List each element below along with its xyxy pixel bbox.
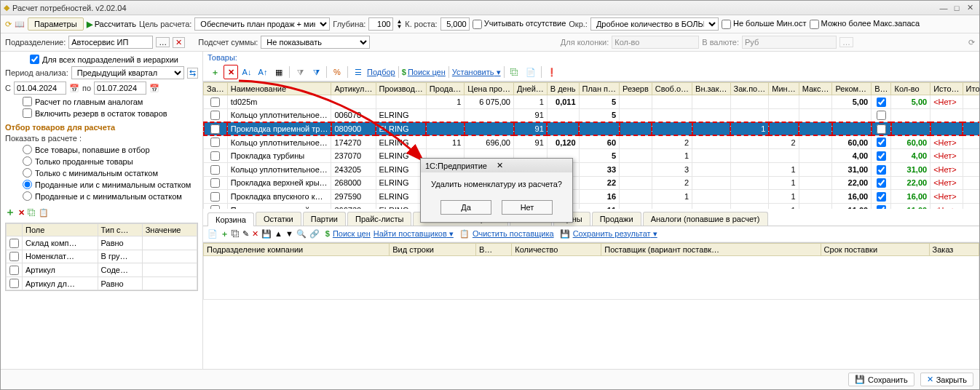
cart-header[interactable]: Вид строки	[390, 243, 476, 255]
tab-1[interactable]: Остатки	[256, 212, 301, 226]
cart-header[interactable]: Заказ	[929, 243, 979, 255]
warn-icon[interactable]: ❗	[545, 65, 559, 79]
date-to-input[interactable]	[94, 81, 146, 95]
filter-row-check[interactable]	[7, 263, 23, 277]
minimize-button[interactable]: —	[937, 4, 950, 12]
grid-header[interactable]: Цена про…	[465, 83, 514, 95]
install-dropdown[interactable]: Установить ▾	[452, 68, 501, 77]
podbor-link[interactable]: Подбор	[367, 68, 395, 76]
radio-all[interactable]	[23, 145, 32, 154]
depth-stepper[interactable]: ▲▼	[396, 19, 402, 29]
b-search-price[interactable]: Поиск цен	[333, 229, 371, 238]
radio-sold[interactable]	[23, 156, 32, 166]
b-del-icon[interactable]: ✕	[252, 229, 258, 239]
b-up-icon[interactable]: ▲	[274, 229, 282, 238]
unit-picker-button[interactable]: …	[156, 37, 170, 47]
depth-input[interactable]	[368, 17, 393, 31]
calculate-button[interactable]: ▶ Рассчитать	[87, 20, 136, 29]
filter-field[interactable]: Номенклат…	[23, 250, 98, 263]
currency-picker[interactable]: …	[839, 37, 853, 47]
sum-select[interactable]: Не показывать	[261, 36, 370, 49]
main-analog-checkbox[interactable]	[23, 97, 32, 106]
grid-row[interactable]: Кольцо уплотнительное…243205ELRING333131…	[204, 162, 980, 176]
filter-row-check[interactable]	[7, 276, 23, 290]
dialog-yes-button[interactable]: Да	[440, 200, 491, 215]
grid-header[interactable]: В день	[547, 83, 579, 95]
grid-header[interactable]: Производ…	[376, 83, 426, 95]
grid-row[interactable]: Кольцо уплотнительное…174270ELRING11696,…	[204, 135, 980, 149]
tab-7[interactable]: Продажи	[592, 212, 641, 226]
grid-row[interactable]: Кольцо уплотнительное…006070ELRING915	[204, 108, 980, 122]
filter-type[interactable]: В гру…	[98, 250, 142, 263]
radio-sold-and-min[interactable]	[23, 191, 32, 201]
grid-header[interactable]: План п…	[579, 83, 620, 95]
b-copy-icon[interactable]: ⿻	[232, 229, 240, 238]
filter-add-icon[interactable]: ＋	[5, 206, 15, 219]
grid-row[interactable]: Прокладка впускного к…297590ELRING161116…	[204, 190, 980, 204]
grid-header[interactable]: Дней…	[514, 83, 548, 95]
filter-value[interactable]	[142, 263, 197, 277]
grid-header[interactable]: Исто…	[930, 83, 963, 95]
cart-header[interactable]: Подразделение компании	[204, 243, 390, 255]
filter-copy-icon[interactable]: ⿻	[28, 208, 36, 217]
grid-row[interactable]: Прокладка турбины237070ELRING514,004,00<…	[204, 149, 980, 163]
close-button[interactable]: ✕	[963, 3, 976, 12]
sort-az-icon[interactable]: A↓	[240, 65, 254, 79]
list-icon[interactable]: ☰	[351, 65, 365, 79]
grid-header[interactable]: Артикул…	[331, 83, 376, 95]
radio-minstock[interactable]	[23, 168, 32, 178]
filter-row-check[interactable]	[7, 236, 23, 250]
filter-field[interactable]: Склад комп…	[23, 236, 98, 250]
copy-icon[interactable]: ⿻	[507, 65, 522, 79]
date-to-picker-icon[interactable]: 📅	[149, 84, 159, 93]
grid-header[interactable]: Кол-во	[891, 83, 930, 95]
cart-header[interactable]: Поставщик (вариант поставк…	[601, 243, 821, 255]
grid-header[interactable]: Прода…	[426, 83, 464, 95]
delete-row-icon[interactable]: ✕	[224, 65, 238, 79]
refresh-icon[interactable]: ⟳	[968, 38, 975, 47]
b-chain-icon[interactable]: 🔗	[309, 229, 320, 239]
date-from-input[interactable]	[14, 81, 66, 95]
dialog-close-icon[interactable]: ✕	[497, 161, 568, 170]
close-footer-button[interactable]: ✕ Закрыть	[920, 373, 973, 386]
grid-row[interactable]: Прокладка приемной тр…366730ELRING11111,…	[204, 203, 980, 208]
grid-header[interactable]: Своб.о…	[652, 83, 692, 95]
grid-row[interactable]: Прокладка верхней кры…268000ELRING222122…	[204, 176, 980, 190]
date-from-picker-icon[interactable]: 📅	[69, 84, 79, 93]
absence-checkbox[interactable]: Учитывать отсутствие	[473, 19, 566, 29]
growth-input[interactable]	[440, 17, 470, 31]
goal-select[interactable]: Обеспечить план продаж + мин.о	[194, 17, 330, 31]
grid-header[interactable]: Резерв	[620, 83, 652, 95]
period-sync-icon[interactable]: ⇆	[187, 68, 198, 79]
maximize-button[interactable]: □	[950, 4, 963, 12]
tab-8[interactable]: Аналоги (попавшие в расчет)	[643, 212, 768, 226]
unit-input[interactable]	[68, 36, 153, 49]
cart-header[interactable]: Количество	[512, 243, 601, 255]
radio-sold-or-min[interactable]	[23, 180, 32, 189]
nomoremin-checkbox[interactable]: Не больше Мин.ост	[722, 19, 807, 29]
action-icon[interactable]: ⟳	[5, 20, 12, 29]
dialog-no-button[interactable]: Нет	[502, 200, 553, 215]
filter-field[interactable]: Артикул дл…	[23, 276, 98, 290]
export-icon[interactable]: 📄	[523, 65, 538, 79]
cart-header[interactable]: В…	[475, 243, 511, 255]
grid-header[interactable]: Зак.по…	[730, 83, 769, 95]
filter-value[interactable]	[142, 276, 197, 290]
filter-type[interactable]: Равно	[98, 236, 142, 250]
b-save-icon[interactable]: 💾	[261, 229, 272, 239]
cart-header[interactable]: Срок поставки	[821, 243, 929, 255]
filter-row-check[interactable]	[7, 250, 23, 263]
grid-header[interactable]: Макс…	[799, 83, 832, 95]
moremax-checkbox[interactable]: Можно более Макс.запаса	[810, 19, 920, 29]
params-button[interactable]: Параметры	[28, 17, 84, 31]
b-add-icon[interactable]: ＋	[221, 228, 229, 239]
unit-clear-button[interactable]: ✕	[173, 37, 185, 48]
grid-header[interactable]: Наименование	[227, 83, 331, 95]
filter-type[interactable]: Равно	[98, 276, 142, 290]
b-find-icon[interactable]: 🔍	[296, 229, 307, 239]
b-clear-supplier[interactable]: Очистить поставщика	[473, 229, 554, 238]
grid-header[interactable]: За…	[204, 83, 228, 95]
include-reserve-checkbox[interactable]	[23, 108, 32, 118]
filter-value[interactable]	[142, 250, 197, 263]
round-select[interactable]: Дробное количество в БОЛЬШУ	[590, 17, 719, 31]
